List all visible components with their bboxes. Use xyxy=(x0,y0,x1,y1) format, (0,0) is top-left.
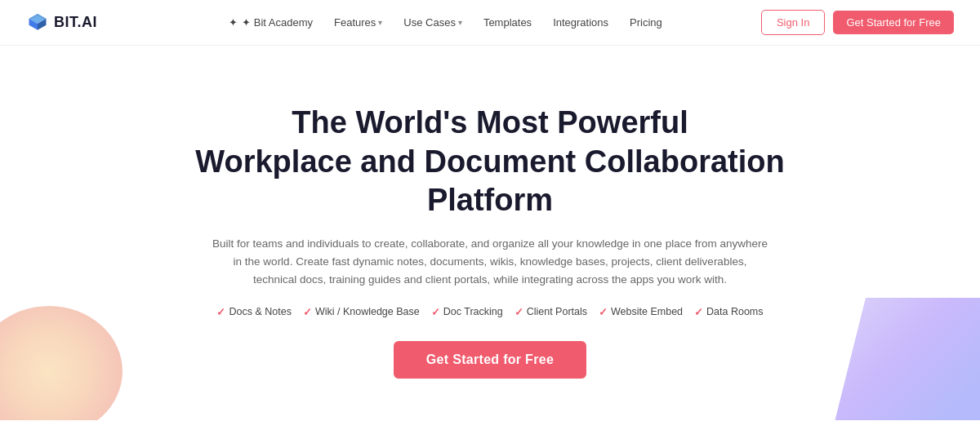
check-icon-tracking: ✓ xyxy=(431,306,440,318)
logo[interactable]: BIT.AI xyxy=(26,11,97,34)
logo-text: BIT.AI xyxy=(54,14,97,31)
star-icon: ✦ xyxy=(229,16,238,29)
feature-docs-notes: ✓ Docs & Notes xyxy=(216,306,291,318)
decorative-blob-left xyxy=(0,306,122,420)
nav-features[interactable]: Features ▾ xyxy=(326,11,390,33)
feature-website-embed: ✓ Website Embed xyxy=(599,306,683,318)
check-icon-docs: ✓ xyxy=(216,306,225,318)
decorative-blob-right xyxy=(833,298,980,420)
signin-button[interactable]: Sign In xyxy=(761,10,825,35)
nav-pricing[interactable]: Pricing xyxy=(621,11,670,33)
check-icon-embed: ✓ xyxy=(599,306,608,318)
get-started-hero-button[interactable]: Get Started for Free xyxy=(394,341,586,379)
nav-integrations[interactable]: Integrations xyxy=(545,11,617,33)
nav-actions: Sign In Get Started for Free xyxy=(761,10,954,35)
navbar: BIT.AI ✦ ✦ Bit Academy Features ▾ Use Ca… xyxy=(0,0,980,46)
features-list: ✓ Docs & Notes ✓ Wiki / Knowledge Base ✓… xyxy=(180,306,800,318)
feature-data-rooms: ✓ Data Rooms xyxy=(694,306,763,318)
hero-title: The World's Most Powerful Workplace and … xyxy=(180,104,800,220)
nav-bit-academy[interactable]: ✦ ✦ Bit Academy xyxy=(220,11,321,33)
feature-doc-tracking: ✓ Doc Tracking xyxy=(431,306,503,318)
hero-content: The World's Most Powerful Workplace and … xyxy=(180,104,800,378)
feature-wiki: ✓ Wiki / Knowledge Base xyxy=(303,306,420,318)
nav-templates[interactable]: Templates xyxy=(475,11,540,33)
hero-subtitle: Built for teams and individuals to creat… xyxy=(212,235,768,290)
nav-use-cases[interactable]: Use Cases ▾ xyxy=(395,11,470,33)
use-cases-chevron-icon: ▾ xyxy=(458,18,462,27)
check-icon-wiki: ✓ xyxy=(303,306,312,318)
get-started-nav-button[interactable]: Get Started for Free xyxy=(833,11,954,34)
nav-links: ✦ ✦ Bit Academy Features ▾ Use Cases ▾ T… xyxy=(130,11,761,33)
hero-section: The World's Most Powerful Workplace and … xyxy=(0,46,980,420)
check-icon-portals: ✓ xyxy=(514,306,523,318)
box-stack-icon xyxy=(26,11,49,34)
feature-client-portals: ✓ Client Portals xyxy=(514,306,587,318)
check-icon-data-rooms: ✓ xyxy=(694,306,703,318)
features-chevron-icon: ▾ xyxy=(378,18,382,27)
